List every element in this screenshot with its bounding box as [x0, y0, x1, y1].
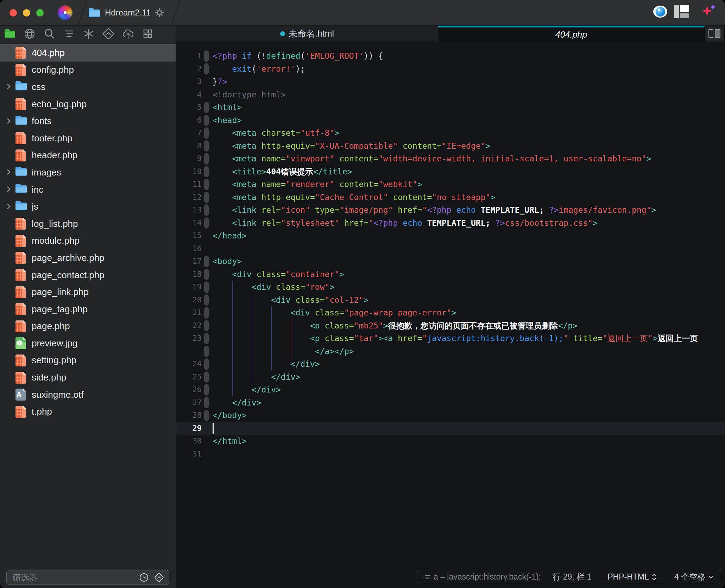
code-line-26[interactable]: 26 </div>	[176, 383, 725, 396]
code-line-16[interactable]: 16	[176, 242, 725, 255]
file-row-echo_log.php[interactable]: echo_log.php	[0, 96, 176, 113]
disclosure-chevron-icon[interactable]	[5, 83, 13, 91]
files-button[interactable]	[0, 26, 20, 41]
zoom-button[interactable]	[36, 9, 44, 17]
file-row-module.php[interactable]: module.php	[0, 232, 176, 250]
code-line-7[interactable]: 7 <meta charset="utf-8">	[176, 127, 725, 140]
new-action-button[interactable]	[700, 4, 717, 19]
fold-handle[interactable]	[204, 281, 209, 293]
code-line-18[interactable]: 18 <div class="container">	[176, 268, 725, 281]
code-line-25[interactable]: 25 </div>	[176, 371, 725, 384]
fold-handle[interactable]	[204, 320, 209, 332]
tab-untitled-html[interactable]: 未命名.html	[176, 26, 438, 41]
code-line-12[interactable]: 12 <meta http-equiv="Cache-Control" cont…	[176, 191, 725, 204]
code-line-2[interactable]: 2 exit('error!');	[176, 63, 725, 76]
fold-handle[interactable]	[204, 166, 209, 178]
code-line-15[interactable]: 15</head>	[176, 229, 725, 242]
file-row-log_list.php[interactable]: log_list.php	[0, 215, 176, 232]
file-row-header.php[interactable]: header.php	[0, 147, 176, 164]
code-line-20[interactable]: 20 <div class="col-12">	[176, 294, 725, 307]
code-line-1[interactable]: 1<?php if (!defined('EMLOG_ROOT')) {	[176, 50, 725, 63]
fold-handle[interactable]	[204, 307, 209, 319]
file-row-t.php[interactable]: t.php	[0, 403, 176, 420]
file-row-fonts[interactable]: fonts	[0, 113, 176, 130]
file-row-page_archive.php[interactable]: page_archive.php	[0, 249, 176, 267]
code-line-6[interactable]: 6<head>	[176, 114, 725, 127]
navigator-button[interactable]	[59, 26, 79, 41]
search-button[interactable]	[39, 26, 59, 41]
workspace-button[interactable]	[138, 26, 158, 41]
file-row-404.php[interactable]: 404.php	[0, 44, 176, 62]
code-line-14[interactable]: 14 <link rel="stylesheet" href="<?php ec…	[176, 217, 725, 230]
navigate-diamond-icon[interactable]	[153, 572, 165, 583]
file-row-page_contact.php[interactable]: page_contact.php	[0, 267, 176, 284]
split-view-button[interactable]	[705, 26, 725, 41]
codesense-button[interactable]	[79, 26, 99, 41]
fold-handle[interactable]	[204, 269, 209, 280]
project-tab[interactable]: Hdream2.11	[88, 0, 164, 25]
preview-eye-button[interactable]	[652, 4, 668, 19]
file-row-page.php[interactable]: page.php	[0, 318, 176, 335]
fold-handle[interactable]	[204, 140, 209, 152]
file-row-suxingme.otf[interactable]: Asuxingme.otf	[0, 386, 176, 403]
file-row-footer.php[interactable]: footer.php	[0, 130, 176, 147]
layout-panels-button[interactable]	[673, 4, 690, 19]
navigate-button[interactable]	[99, 26, 118, 41]
disclosure-chevron-icon[interactable]	[5, 168, 13, 176]
code-line-11[interactable]: 11 <meta name="renderer" content="webkit…	[176, 178, 725, 191]
fold-handle[interactable]	[204, 153, 209, 165]
fold-handle[interactable]	[204, 115, 209, 126]
code-line-3[interactable]: 3}?>	[176, 75, 725, 88]
fold-handle[interactable]	[204, 333, 209, 344]
close-button[interactable]	[10, 9, 17, 17]
fold-handle[interactable]	[204, 50, 209, 62]
globe-button[interactable]	[20, 26, 39, 41]
code-line-5[interactable]: 5<html>	[176, 101, 725, 114]
fold-handle[interactable]	[204, 384, 209, 396]
file-row-images[interactable]: images	[0, 164, 176, 181]
code-line-13[interactable]: 13 <link rel="icon" type="image/png" hre…	[176, 204, 725, 217]
language-selector[interactable]: PHP-HTML	[607, 572, 657, 582]
file-row-side.php[interactable]: side.php	[0, 369, 176, 386]
code-line-19[interactable]: 19 <div class="row">	[176, 281, 725, 294]
code-line-4[interactable]: 4<!doctype html>	[176, 88, 725, 101]
code-line-23[interactable]: 23 <p class="tar"><a href="javascript:hi…	[176, 332, 725, 345]
code-line-22[interactable]: 22 <p class="mb25">很抱歉，您访问的页面不存在或已被管理员删除…	[176, 319, 725, 332]
filter-input[interactable]: 筛选器	[6, 570, 169, 585]
fold-handle[interactable]	[204, 371, 209, 383]
fold-handle[interactable]	[204, 256, 209, 267]
file-row-page_link.php[interactable]: page_link.php	[0, 283, 176, 301]
code-line-24[interactable]: 24 </div>	[176, 358, 725, 371]
code-line-9[interactable]: 9 <meta name="viewport" content="width=d…	[176, 152, 725, 165]
fold-handle[interactable]	[204, 102, 209, 113]
fold-handle[interactable]	[204, 294, 209, 306]
project-settings-gear-icon[interactable]	[155, 8, 164, 17]
file-row-preview.jpg[interactable]: preview.jpg	[0, 335, 176, 352]
code-line-28[interactable]: 28</body>	[176, 409, 725, 422]
recent-clock-icon[interactable]	[139, 572, 149, 583]
file-row-inc[interactable]: inc	[0, 181, 176, 198]
code-line-17[interactable]: 17<body>	[176, 255, 725, 268]
disclosure-chevron-icon[interactable]	[5, 203, 13, 211]
fold-handle[interactable]	[204, 63, 209, 75]
code-editor[interactable]: 1<?php if (!defined('EMLOG_ROOT')) {2 ex…	[176, 41, 725, 588]
file-row-page_tag.php[interactable]: page_tag.php	[0, 301, 176, 318]
fold-handle[interactable]	[204, 204, 209, 216]
file-row-css[interactable]: css	[0, 78, 176, 96]
disclosure-chevron-icon[interactable]	[5, 186, 13, 193]
fold-handle[interactable]	[204, 397, 209, 409]
minimize-button[interactable]	[23, 9, 30, 17]
fold-handle[interactable]	[204, 127, 209, 139]
code-line-27[interactable]: 27 </div>	[176, 396, 725, 409]
fold-handle[interactable]	[204, 346, 209, 357]
fold-handle[interactable]	[204, 410, 209, 421]
disclosure-chevron-icon[interactable]	[5, 117, 13, 125]
fold-handle[interactable]	[204, 217, 209, 229]
indent-selector[interactable]: 4 个空格	[674, 571, 714, 582]
publish-button[interactable]	[118, 26, 138, 41]
fold-handle[interactable]	[204, 358, 209, 370]
file-row-config.php[interactable]: config.php	[0, 62, 176, 79]
code-line-29[interactable]: 29	[176, 422, 725, 435]
code-line-31[interactable]: 31	[176, 448, 725, 461]
code-line-8[interactable]: 8 <meta http-equiv="X-UA-Compatible" con…	[176, 140, 725, 153]
